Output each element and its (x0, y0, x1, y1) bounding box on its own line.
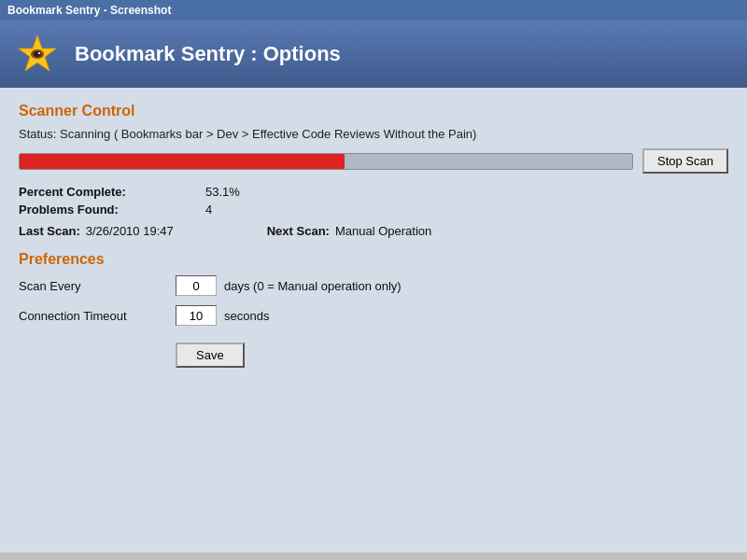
scan-every-input[interactable] (176, 275, 217, 296)
scan-every-row: Scan Every days (0 = Manual operation on… (19, 275, 728, 296)
next-scan-group: Next Scan: Manual Operation (267, 224, 432, 238)
svg-point-2 (34, 51, 41, 57)
last-scan-group: Last Scan: 3/26/2010 19:47 (19, 224, 174, 238)
scan-every-label: Scan Every (19, 279, 168, 293)
status-label: Status: (19, 127, 56, 141)
scan-info-row: Last Scan: 3/26/2010 19:47 Next Scan: Ma… (19, 224, 728, 238)
scanner-section-title: Scanner Control (19, 103, 728, 119)
percent-complete-label: Percent Complete: (19, 185, 205, 199)
progress-row: Stop Scan (19, 148, 728, 174)
preferences-section-title: Preferences (19, 251, 728, 268)
page-title: Bookmark Sentry : Options (75, 42, 341, 66)
progress-bar-container (19, 153, 633, 170)
connection-timeout-input[interactable] (176, 305, 217, 326)
problems-found-label: Problems Found: (19, 203, 205, 217)
scan-every-unit: days (0 = Manual operation only) (224, 279, 402, 293)
last-scan-value: 3/26/2010 19:47 (86, 224, 174, 238)
scanner-control-section: Scanner Control Status: Scanning ( Bookm… (19, 103, 728, 238)
svg-point-3 (38, 52, 40, 54)
next-scan-label: Next Scan: (267, 224, 330, 238)
preferences-section: Preferences Scan Every days (0 = Manual … (19, 251, 728, 368)
scanner-status-line: Status: Scanning ( Bookmarks bar > Dev >… (19, 127, 728, 141)
stats-grid: Percent Complete: 53.1% Last Scan: Probl… (19, 185, 728, 217)
save-button[interactable]: Save (176, 343, 245, 368)
main-window: Bookmark Sentry : Options Scanner Contro… (0, 21, 747, 553)
connection-timeout-label: Connection Timeout (19, 309, 168, 323)
connection-timeout-unit: seconds (224, 309, 269, 323)
next-scan-value: Manual Operation (335, 224, 431, 238)
progress-bar-fill (20, 154, 345, 169)
title-bar-label: Bookmark Sentry - Screenshot (7, 4, 171, 17)
connection-timeout-row: Connection Timeout seconds (19, 305, 728, 326)
stop-scan-button[interactable]: Stop Scan (642, 148, 728, 174)
header: Bookmark Sentry : Options (0, 21, 747, 88)
percent-complete-value: 53.1% (205, 185, 392, 199)
title-bar: Bookmark Sentry - Screenshot (0, 0, 747, 21)
last-scan-label: Last Scan: (19, 224, 80, 238)
content-area: Scanner Control Status: Scanning ( Bookm… (0, 88, 747, 383)
problems-found-value: 4 (205, 203, 392, 217)
status-value: Scanning ( Bookmarks bar > Dev > Effecti… (60, 127, 476, 141)
app-logo-icon (15, 32, 60, 77)
